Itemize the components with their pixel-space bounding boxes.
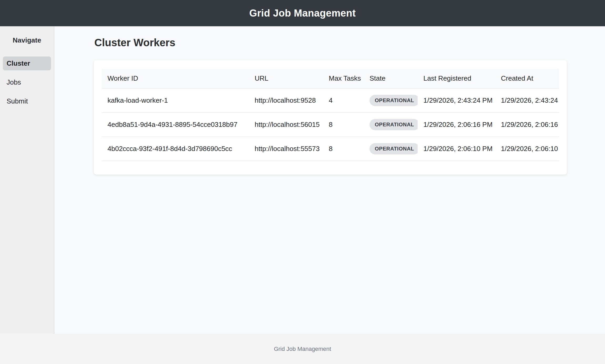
last-registered-cell: 1/29/2026, 2:06:10 PM [418,137,495,161]
worker-id-cell: kafka-load-worker-1 [102,89,249,113]
footer-text: Grid Job Management [274,346,331,352]
created-at-cell: 1/29/2026, 2:43:24 PM [495,89,559,113]
created-at-cell: 1/29/2026, 2:06:10 PM [495,137,559,161]
column-header: Max Tasks [323,69,364,89]
sidebar-item-submit[interactable]: Submit [3,94,51,108]
main-content: Cluster Workers Worker IDURLMax TasksSta… [54,26,605,334]
sidebar: Navigate ClusterJobsSubmit [0,26,54,334]
sidebar-item-jobs[interactable]: Jobs [3,75,51,89]
column-header: Created At [495,69,559,89]
page-title: Cluster Workers [94,37,567,49]
url-cell: http://localhost:55573 [249,137,323,161]
worker-id-cell: 4edb8a51-9d4a-4931-8895-54cce0318b97 [102,113,249,137]
layout: Navigate ClusterJobsSubmit Cluster Worke… [0,26,605,334]
column-header: Last Registered [418,69,495,89]
table-header: Worker IDURLMax TasksStateLast Registere… [102,69,559,89]
table-header-row: Worker IDURLMax TasksStateLast Registere… [102,69,559,89]
state-cell: OPERATIONAL [364,113,418,137]
workers-card: Worker IDURLMax TasksStateLast Registere… [94,60,567,175]
status-badge: OPERATIONAL [370,119,418,130]
url-cell: http://localhost:56015 [249,113,323,137]
column-header: URL [249,69,323,89]
sidebar-heading: Navigate [0,36,54,44]
max-tasks-cell: 4 [323,89,364,113]
max-tasks-cell: 8 [323,113,364,137]
workers-table: Worker IDURLMax TasksStateLast Registere… [102,69,559,161]
last-registered-cell: 1/29/2026, 2:43:24 PM [418,89,495,113]
state-cell: OPERATIONAL [364,89,418,113]
table-row: 4edb8a51-9d4a-4931-8895-54cce0318b97http… [102,113,559,137]
app-header: Grid Job Management [0,0,605,26]
status-badge: OPERATIONAL [370,143,418,154]
status-badge: OPERATIONAL [370,95,418,106]
worker-id-cell: 4b02ccca-93f2-491f-8d4d-3d798690c5cc [102,137,249,161]
table-row: 4b02ccca-93f2-491f-8d4d-3d798690c5cchttp… [102,137,559,161]
last-registered-cell: 1/29/2026, 2:06:16 PM [418,113,495,137]
table-body: kafka-load-worker-1http://localhost:9528… [102,89,559,161]
app-footer: Grid Job Management [0,334,605,364]
state-cell: OPERATIONAL [364,137,418,161]
sidebar-nav: ClusterJobsSubmit [0,56,54,108]
column-header: State [364,69,418,89]
sidebar-item-cluster[interactable]: Cluster [3,56,51,70]
created-at-cell: 1/29/2026, 2:06:16 PM [495,113,559,137]
table-row: kafka-load-worker-1http://localhost:9528… [102,89,559,113]
url-cell: http://localhost:9528 [249,89,323,113]
column-header: Worker ID [102,69,249,89]
app-title: Grid Job Management [249,8,356,19]
max-tasks-cell: 8 [323,137,364,161]
